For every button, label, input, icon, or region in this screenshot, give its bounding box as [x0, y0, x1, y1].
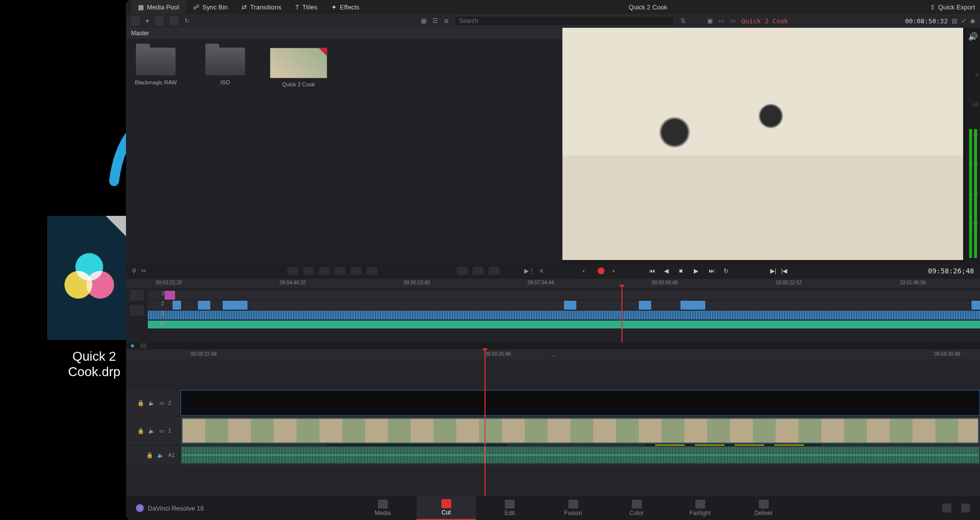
cinema-icon[interactable]	[489, 267, 499, 275]
overview-track-2[interactable]: 2	[148, 301, 980, 310]
zoom-indicator-icon[interactable]	[131, 344, 134, 347]
speaker-icon[interactable]: 🔊	[968, 32, 978, 41]
page-media[interactable]: Media	[353, 496, 413, 520]
detail-playhead[interactable]	[485, 349, 486, 359]
tab-label: Effects	[340, 3, 360, 11]
lock-icon[interactable]: 🔒	[137, 400, 144, 406]
chevron-down-icon[interactable]: ▾	[146, 17, 149, 24]
smart-insert-icon[interactable]	[287, 267, 298, 275]
mute-icon[interactable]: 🔈	[148, 428, 155, 434]
ripple-overwrite-icon[interactable]	[319, 267, 330, 275]
import-button[interactable]	[155, 16, 164, 25]
viewer-frame	[562, 28, 963, 260]
overview-playhead[interactable]	[621, 288, 622, 342]
play-reverse-icon[interactable]: ◀	[664, 267, 671, 274]
track-header: 🔒 🔈 ▭ 2	[126, 390, 179, 415]
disable-icon[interactable]: ▭	[159, 428, 164, 434]
list-view-icon[interactable]: ≣	[444, 17, 449, 24]
detail-track-v1[interactable]: 🔒 🔈 ▭ 1	[181, 417, 980, 445]
close-up-icon[interactable]	[335, 267, 346, 275]
stop-icon[interactable]: ■	[679, 267, 686, 274]
bypass-icon[interactable]: ◉	[970, 17, 975, 24]
quick-export-button[interactable]: ⇪ Quick Export	[930, 3, 975, 11]
media-page-icon	[378, 500, 388, 509]
detail-ruler[interactable]: 09:58:22;48 09:58:26;48 09:58:30;48 ⌄	[126, 349, 980, 359]
ruler-tick: 09:57:34;44	[528, 280, 554, 285]
next-icon[interactable]: ›	[612, 267, 619, 274]
last-frame-icon[interactable]: ⏭	[709, 267, 716, 274]
overview-track-3[interactable]: 3	[148, 291, 980, 300]
viewer-video[interactable]	[562, 28, 963, 260]
page-color[interactable]: Color	[607, 496, 667, 520]
disable-icon[interactable]: ▭	[159, 400, 164, 406]
audio-clip[interactable]	[182, 447, 979, 463]
search-input[interactable]	[455, 16, 674, 26]
page-edit[interactable]: Edit	[480, 496, 540, 520]
expand-icon[interactable]: ⤢	[961, 17, 966, 24]
home-icon[interactable]	[942, 504, 951, 513]
place-on-top-icon[interactable]	[351, 267, 362, 275]
page-deliver[interactable]: Deliver	[734, 496, 794, 520]
app-brand[interactable]: DaVinci Resolve 16	[136, 504, 204, 512]
detail-playhead-line[interactable]	[485, 359, 486, 496]
source-overwrite-icon[interactable]	[367, 267, 377, 275]
append-icon[interactable]	[303, 267, 314, 275]
refresh-icon[interactable]: ↻	[184, 17, 189, 24]
monitor-icon[interactable]: ▭	[719, 17, 724, 24]
settings-icon[interactable]	[961, 504, 970, 513]
page-cut[interactable]: Cut	[417, 496, 476, 520]
sort-icon[interactable]: ⇅	[680, 17, 685, 24]
tab-titles[interactable]: T Titles	[288, 0, 324, 14]
pool-clip[interactable]: Quick 2 Cook	[270, 48, 327, 87]
strip-view-icon[interactable]: ☰	[432, 17, 438, 24]
overview-track-1[interactable]: 1	[148, 311, 980, 320]
pool-folder[interactable]: ISO	[200, 48, 250, 85]
overview-track-a1[interactable]: A1	[148, 321, 980, 328]
collapse-icon[interactable]: ⌄	[551, 352, 555, 358]
layout-button[interactable]	[131, 16, 140, 25]
sync-lock-icon[interactable]	[130, 305, 144, 316]
rec-icon[interactable]	[598, 267, 605, 274]
mute-icon[interactable]: 🔈	[157, 452, 164, 458]
lock-tracks-icon[interactable]	[130, 290, 144, 301]
video-clip[interactable]	[182, 418, 979, 443]
overview-ruler[interactable]: 09:53:22;28 09:54:46;32 09:56:10;40 09:5…	[126, 279, 980, 288]
play-icon[interactable]: ▶	[694, 267, 701, 274]
page-fusion[interactable]: Fusion	[544, 496, 603, 520]
detail-track-v2[interactable]: 🔒 🔈 ▭ 2	[181, 390, 980, 416]
safe-area-icon[interactable]: ▣	[707, 17, 713, 24]
aspect-icon[interactable]: ▭	[730, 17, 735, 24]
tab-effects[interactable]: ✦ Effects	[324, 0, 367, 14]
sliders-icon[interactable]: ≡	[540, 267, 543, 274]
pool-folder[interactable]: Blackmagic RAW	[131, 48, 181, 85]
mute-icon[interactable]: 🔈	[148, 400, 155, 406]
tc-menu-icon[interactable]: ▤	[952, 17, 957, 24]
page-fairlight[interactable]: Fairlight	[671, 496, 730, 520]
viewer-mode-icon[interactable]: ▶⋮	[524, 267, 535, 274]
go-next-edit-icon[interactable]: ▶|	[770, 267, 776, 274]
snap-icon[interactable]	[140, 343, 147, 348]
detail-timeline[interactable]: 🔒 🔈 ▭ 2 🔒 🔈 ▭ 1	[126, 359, 980, 496]
tab-transitions[interactable]: ⇄ Transitions	[235, 0, 288, 14]
deliver-page-icon	[759, 500, 769, 509]
import-folder-button[interactable]	[170, 16, 179, 25]
tab-media-pool[interactable]: ▦ Media Pool	[131, 0, 186, 14]
overview-timeline[interactable]: 3 2 1 A1	[126, 288, 980, 342]
tools-icon[interactable]	[457, 267, 468, 275]
lock-icon[interactable]: 🔒	[137, 428, 144, 434]
tab-sync-bin[interactable]: ☍ Sync Bin	[186, 0, 235, 14]
pool-toolbar: ▾ ↻ ▦ ☰ ≣ ⇅ ▣ ▭ ▭ Quick 2 Cook 00:08:50:…	[126, 14, 980, 28]
playhead-timecode[interactable]: 09:58:26;48	[928, 267, 974, 275]
prev-icon[interactable]: ‹	[583, 267, 590, 274]
lock-icon[interactable]: 🔒	[146, 452, 153, 458]
cut-icon[interactable]: ✂	[141, 267, 146, 274]
go-prev-edit-icon[interactable]: |◀	[781, 267, 787, 274]
detail-track-a1[interactable]: 🔒 🔈 A1	[181, 446, 980, 464]
transition-icon[interactable]	[473, 267, 484, 275]
boring-detector-icon[interactable]: ⚲	[132, 267, 136, 274]
loop-icon[interactable]: ↻	[724, 267, 731, 274]
fairlight-page-icon	[695, 500, 705, 509]
breadcrumb[interactable]: Master	[126, 28, 562, 39]
grid-view-icon[interactable]: ▦	[421, 17, 427, 24]
first-frame-icon[interactable]: ⏮	[649, 267, 656, 274]
